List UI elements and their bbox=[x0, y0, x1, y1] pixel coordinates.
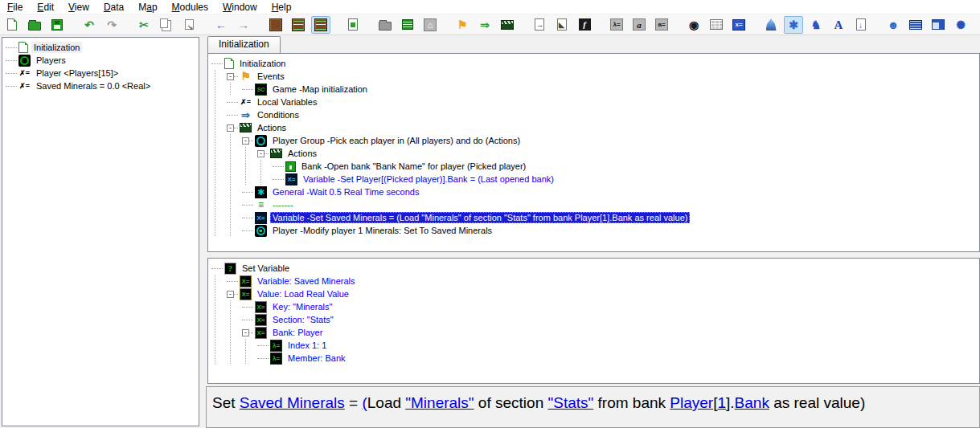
statement-link[interactable]: "Minerals" bbox=[405, 394, 474, 411]
cond-icon: ⇒ bbox=[240, 109, 252, 121]
new-action-icon[interactable] bbox=[498, 16, 517, 34]
new-function-icon[interactable]: f bbox=[575, 16, 594, 34]
trigger-tree-row[interactable]: ✱General -Wait 0.5 Real Time seconds bbox=[211, 185, 979, 198]
new-event-icon[interactable]: ⚑ bbox=[453, 16, 472, 34]
copy-icon[interactable] bbox=[157, 16, 176, 34]
statement-link[interactable]: Saved Minerals bbox=[240, 394, 345, 411]
paste-icon[interactable] bbox=[179, 16, 199, 34]
trigger-tree-row[interactable]: -Actions bbox=[211, 121, 979, 134]
clap-icon bbox=[240, 123, 252, 132]
view-raw-data-icon[interactable]: ✱ bbox=[784, 16, 803, 34]
menu-data[interactable]: Data bbox=[96, 1, 131, 14]
overview-manager-icon[interactable] bbox=[398, 16, 417, 34]
new-element-icon[interactable] bbox=[530, 16, 549, 34]
text-style-icon[interactable]: A bbox=[829, 16, 848, 34]
xeq-dark-icon: X= bbox=[285, 173, 297, 185]
left-tree-item[interactable]: Players bbox=[6, 54, 199, 67]
trigger-tree-row[interactable]: -Actions bbox=[211, 147, 979, 160]
statement-text: Load bbox=[367, 394, 406, 411]
trigger-tree-row[interactable]: Initialization bbox=[211, 57, 979, 70]
tree-item-label: Initialization bbox=[237, 58, 288, 69]
detail-tree-row[interactable]: -X=Value: Load Real Value bbox=[211, 287, 979, 300]
cutscene-icon[interactable]: ✺ bbox=[951, 16, 970, 34]
unit-icon[interactable]: ♞ bbox=[806, 16, 826, 34]
statement-link[interactable]: Bank bbox=[735, 394, 769, 411]
trigger-tree-row[interactable]: -⚑Events bbox=[211, 70, 979, 83]
export-script-icon[interactable] bbox=[851, 16, 871, 34]
new-variable-icon[interactable]: x= bbox=[729, 16, 748, 34]
expander-minus[interactable]: - bbox=[227, 124, 234, 132]
trigger-editor-icon[interactable] bbox=[311, 16, 330, 34]
redo-icon[interactable]: ↷ bbox=[102, 16, 121, 34]
tree-item-label: Player Group -Pick each player in (All p… bbox=[270, 135, 523, 146]
data-editor-icon[interactable] bbox=[289, 16, 308, 34]
bank-toolbar-icon[interactable] bbox=[906, 16, 925, 34]
libraries-icon[interactable] bbox=[375, 16, 395, 34]
trigger-tree-row[interactable]: SCGame -Map initialization bbox=[211, 83, 979, 96]
expander-minus[interactable]: - bbox=[227, 73, 234, 80]
detail-tree-row[interactable]: -X=Bank: Player bbox=[211, 326, 979, 339]
left-tree-item[interactable]: ✗=Player <Players[15]> bbox=[6, 67, 199, 79]
portrait-icon[interactable]: ☻ bbox=[884, 16, 903, 34]
menu-help[interactable]: Help bbox=[264, 1, 299, 14]
comment-icon: ≡ bbox=[255, 199, 267, 211]
expander-minus[interactable]: - bbox=[242, 137, 249, 145]
parameter-icon[interactable]: λ= bbox=[607, 16, 626, 34]
constant-icon[interactable]: a= bbox=[652, 16, 671, 34]
window-layout-icon[interactable] bbox=[929, 16, 948, 34]
map-info-icon[interactable]: ⌂ bbox=[420, 16, 440, 34]
detail-tree-row[interactable]: X=Section: "Stats" bbox=[211, 313, 979, 326]
detail-tree-row[interactable]: ?Set Variable bbox=[211, 262, 979, 275]
trigger-tree-row[interactable]: ⇒Conditions bbox=[211, 108, 979, 121]
new-document-icon[interactable] bbox=[2, 16, 22, 34]
tab-initialization[interactable]: Initialization bbox=[207, 36, 281, 53]
toolbar: ↶↷✂←→⌂⚑⇒fλ=aa=◉x=✱♞A☻✺✤ bbox=[0, 14, 980, 35]
page-icon bbox=[224, 58, 234, 69]
tree-item-label: Saved Minerals = 0.0 <Real> bbox=[34, 80, 153, 92]
gear-icon: ✱ bbox=[255, 186, 267, 198]
lameq-icon: λ= bbox=[270, 353, 282, 365]
cut-icon[interactable]: ✂ bbox=[134, 16, 154, 34]
detail-tree-row[interactable]: X=Variable: Saved Minerals bbox=[211, 275, 979, 287]
open-document-icon[interactable] bbox=[25, 16, 44, 34]
menu-modules[interactable]: Modules bbox=[165, 1, 215, 14]
tab-bar: Initialization bbox=[207, 36, 281, 53]
attribute-icon[interactable]: a bbox=[629, 16, 649, 34]
trigger-tree-row[interactable]: X=Variable -Set Player[(Picked player)].… bbox=[211, 173, 979, 185]
forward-icon[interactable]: → bbox=[234, 16, 253, 34]
preset-icon[interactable] bbox=[707, 16, 726, 34]
back-icon[interactable]: ← bbox=[211, 16, 231, 34]
script-icon[interactable] bbox=[761, 16, 781, 34]
menu-file[interactable]: File bbox=[0, 1, 30, 14]
statement-link[interactable]: 1 bbox=[717, 394, 726, 411]
expander-minus[interactable]: - bbox=[227, 291, 234, 298]
menu-window[interactable]: Window bbox=[215, 1, 264, 14]
menu-view[interactable]: View bbox=[61, 1, 96, 14]
record-icon[interactable]: ◉ bbox=[684, 16, 703, 34]
terrain-editor-icon[interactable] bbox=[266, 16, 285, 34]
trigger-tree-row[interactable]: -Player Group -Pick each player in (All … bbox=[211, 134, 979, 147]
expander-minus[interactable]: - bbox=[242, 329, 249, 336]
trigger-tree-row[interactable]: Bank -Open bank "Bank Name" for player (… bbox=[211, 160, 979, 173]
import-editor-icon[interactable] bbox=[343, 16, 363, 34]
left-tree-item[interactable]: Initialization bbox=[6, 41, 199, 54]
new-comment-icon[interactable] bbox=[552, 16, 572, 34]
statement-link[interactable]: "Stats" bbox=[547, 394, 593, 411]
trigger-tree-row[interactable]: ≡------- bbox=[211, 198, 979, 211]
statement-link[interactable]: Player bbox=[670, 394, 713, 411]
tree-item-label: Member: Bank bbox=[285, 353, 348, 364]
save-icon[interactable] bbox=[47, 16, 67, 34]
menu-edit[interactable]: Edit bbox=[30, 1, 61, 14]
xeq-olive-icon: X= bbox=[240, 275, 252, 287]
detail-tree-row[interactable]: X=Key: "Minerals" bbox=[211, 300, 979, 313]
left-tree-item[interactable]: ✗=Saved Minerals = 0.0 <Real> bbox=[6, 79, 199, 92]
new-condition-icon[interactable]: ⇒ bbox=[475, 16, 494, 34]
trigger-tree-row[interactable]: X=Variable -Set Saved Minerals = (Load "… bbox=[211, 211, 979, 224]
menu-map[interactable]: Map bbox=[131, 1, 164, 14]
expander-minus[interactable]: - bbox=[257, 150, 264, 157]
detail-tree-row[interactable]: λ=Index 1: 1 bbox=[211, 339, 979, 352]
trigger-tree-row[interactable]: Player -Modify player 1 Minerals: Set To… bbox=[211, 224, 979, 237]
trigger-tree-row[interactable]: ✗=Local Variables bbox=[211, 96, 979, 108]
undo-icon[interactable]: ↶ bbox=[80, 16, 99, 34]
detail-tree-row[interactable]: λ=Member: Bank bbox=[211, 352, 979, 365]
